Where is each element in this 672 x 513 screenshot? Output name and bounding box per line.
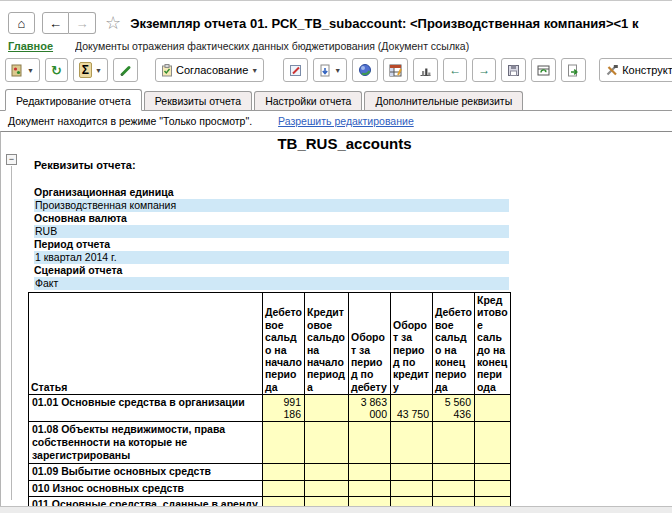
attribute-value-cell[interactable]: RUB: [34, 225, 509, 238]
forward-icon: →: [76, 17, 89, 30]
refresh-button[interactable]: ↻: [45, 58, 68, 82]
value-cell[interactable]: [349, 480, 391, 496]
value-cell[interactable]: [349, 464, 391, 480]
totals-button[interactable]: Σ ▼: [73, 58, 108, 82]
save-button[interactable]: [501, 58, 526, 82]
tab-strip: Редактирование отчетаРеквизиты отчетаНас…: [0, 89, 672, 111]
edit-pencil-button[interactable]: [113, 58, 138, 82]
column-header: Оборот за период по кредиту: [391, 293, 433, 395]
value-cell[interactable]: [475, 395, 511, 422]
table-edit-icon: [389, 64, 402, 77]
collapse-group-button[interactable]: −: [6, 154, 17, 165]
arrow-right-icon: →: [478, 64, 490, 76]
value-cell[interactable]: [433, 480, 475, 496]
value-cell[interactable]: [391, 480, 433, 496]
value-cell[interactable]: [475, 422, 511, 464]
row-label-cell: 011 Основные средства, сданные в аренду: [29, 496, 263, 506]
undo-button[interactable]: ←: [443, 58, 467, 82]
allow-editing-link[interactable]: Разрешить редактирование: [278, 115, 414, 127]
attribute-value-cell[interactable]: Факт: [34, 277, 509, 290]
sheet-content: TB_RUS_accounts Реквизиты отчета: Органи…: [28, 135, 672, 506]
value-cell[interactable]: [305, 480, 349, 496]
value-cell[interactable]: [305, 464, 349, 480]
value-cell[interactable]: [475, 464, 511, 480]
value-cell[interactable]: [263, 422, 305, 464]
grouping-line: [11, 166, 12, 500]
breadcrumb: Документы отражения фактических данных б…: [75, 40, 469, 52]
value-cell[interactable]: [475, 480, 511, 496]
value-cell[interactable]: [263, 496, 305, 506]
approval-dropdown-button[interactable]: Согласование ▼: [155, 58, 264, 82]
row-label-cell: 01.09 Выбытие основных средств: [29, 464, 263, 480]
value-cell[interactable]: [475, 496, 511, 506]
value-cell[interactable]: [305, 395, 349, 422]
redo-button[interactable]: →: [472, 58, 496, 82]
menu-bar: Главное Документы отражения фактических …: [0, 39, 672, 55]
tab-additional-requisites[interactable]: Дополнительные реквизиты: [364, 91, 523, 110]
sphere-button[interactable]: [352, 58, 378, 82]
back-button[interactable]: ←: [42, 12, 69, 34]
bottom-divider: [0, 506, 672, 513]
refresh-icon: ↻: [51, 64, 62, 77]
value-cell[interactable]: [305, 496, 349, 506]
report-structure-button[interactable]: ▼: [5, 58, 40, 82]
row-label-cell: 01.01 Основные средства в организации: [29, 395, 263, 422]
table-sync-button[interactable]: [531, 58, 556, 82]
form-designer-button[interactable]: Конструктор формы: [599, 58, 672, 82]
report-attributes: Организационная единицаПроизводственная …: [34, 186, 509, 290]
attribute-label: Основная валюта: [34, 212, 509, 225]
section-header: Реквизиты отчета:: [34, 159, 672, 171]
table-row: 01.08 Объекты недвижимости, права собств…: [29, 422, 511, 464]
attribute-label: Организационная единица: [34, 186, 509, 199]
value-cell[interactable]: 5 560 436: [433, 395, 475, 422]
favorites-star-icon[interactable]: ☆: [105, 12, 121, 34]
grouping-margin: −: [1, 132, 28, 506]
tab-report-editing[interactable]: Редактирование отчета: [5, 89, 142, 111]
chart-button[interactable]: [413, 58, 438, 82]
column-header: Оборот за период по дебету: [349, 293, 391, 395]
value-cell[interactable]: [263, 464, 305, 480]
globe-sphere-icon: [358, 63, 372, 77]
attribute-value-cell[interactable]: 1 квартал 2014 г.: [34, 251, 509, 264]
tab-report-settings[interactable]: Настройки отчета: [254, 91, 362, 110]
home-button[interactable]: ⌂: [8, 12, 35, 34]
value-cell[interactable]: [349, 496, 391, 506]
table-edit-button[interactable]: [383, 58, 408, 82]
value-cell[interactable]: [391, 496, 433, 506]
page-download-icon: [319, 64, 331, 77]
value-cell[interactable]: 991 186: [263, 395, 305, 422]
pencil-icon: [119, 64, 132, 77]
value-cell[interactable]: [349, 422, 391, 464]
table-row: 01.01 Основные средства в организации991…: [29, 395, 511, 422]
bar-chart-icon: [419, 64, 432, 77]
value-cell[interactable]: 3 863 000: [349, 395, 391, 422]
attribute-value-cell[interactable]: Производственная компания: [34, 199, 509, 212]
load-data-dropdown-button[interactable]: ▼: [313, 58, 347, 82]
value-cell[interactable]: [433, 464, 475, 480]
home-icon: ⌂: [18, 17, 26, 30]
main-menu-link[interactable]: Главное: [8, 40, 53, 52]
form-designer-label: Конструктор формы: [622, 64, 672, 76]
structure-icon: [11, 64, 24, 77]
value-cell[interactable]: [433, 496, 475, 506]
value-cell[interactable]: [391, 422, 433, 464]
view-mode-message: Документ находится в режиме "Только прос…: [8, 115, 252, 127]
row-label-cell: 01.08 Объекты недвижимости, права собств…: [29, 422, 263, 464]
status-bar: Документ находится в режиме "Только прос…: [0, 111, 672, 131]
note-edit-button[interactable]: [283, 58, 308, 82]
sigma-icon: Σ: [79, 62, 92, 78]
table-body: 01.01 Основные средства в организации991…: [29, 395, 511, 507]
tab-report-requisites[interactable]: Реквизиты отчета: [144, 91, 252, 110]
value-cell[interactable]: 43 750: [391, 395, 433, 422]
spreadsheet-area: − TB_RUS_accounts Реквизиты отчета: Орга…: [0, 131, 672, 506]
value-cell[interactable]: [433, 422, 475, 464]
value-cell[interactable]: [263, 480, 305, 496]
toolbar: ▼ ↻ Σ ▼ Согласование ▼ ▼: [0, 55, 672, 89]
export-page-button[interactable]: [561, 58, 586, 82]
value-cell[interactable]: [391, 464, 433, 480]
value-cell[interactable]: [305, 422, 349, 464]
table-row: 010 Износ основных средств: [29, 480, 511, 496]
balance-table: Статья Дебетовое сальдо на начало период…: [28, 292, 511, 506]
forward-button[interactable]: →: [69, 12, 96, 34]
caret-down-icon: ▼: [334, 67, 341, 74]
